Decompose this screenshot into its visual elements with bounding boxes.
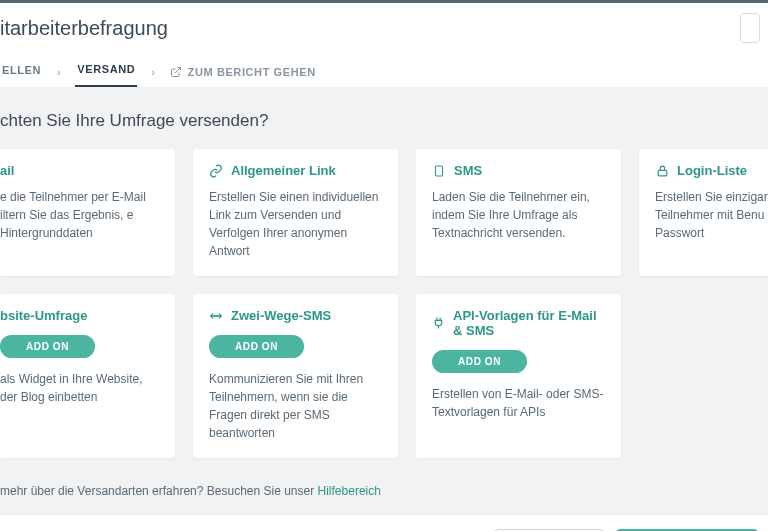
card-login-desc: Erstellen Sie einzigartige L Ihre Teilne… xyxy=(655,188,768,242)
card-link-title: Allgemeiner Link xyxy=(231,163,336,178)
card-email[interactable]: ail e die Teilnehmer per E-Mail iltern S… xyxy=(0,149,175,276)
svg-line-0 xyxy=(175,68,181,74)
chevron-right-icon: › xyxy=(57,66,61,78)
tab-send[interactable]: VERSAND xyxy=(75,57,137,87)
tab-create[interactable]: ELLEN xyxy=(0,58,43,86)
card-login-title: Login-Liste xyxy=(677,163,747,178)
help-link[interactable]: Hilfebereich xyxy=(318,484,381,498)
link-icon xyxy=(209,164,223,178)
addon-badge-api[interactable]: ADD ON xyxy=(432,350,527,373)
card-sms-title: SMS xyxy=(454,163,482,178)
header-action-button[interactable] xyxy=(740,13,760,43)
card-website-title: bsite-Umfrage xyxy=(0,308,87,323)
card-api-title: API-Vorlagen für E-Mail & SMS xyxy=(453,308,605,338)
card-twoway-title: Zwei-Wege-SMS xyxy=(231,308,331,323)
chevron-right-icon: › xyxy=(151,66,155,78)
card-two-way-sms[interactable]: Zwei-Wege-SMS ADD ON Kommunizieren Sie m… xyxy=(193,294,398,458)
card-website-survey[interactable]: bsite-Umfrage ADD ON als Widget in Ihre … xyxy=(0,294,175,458)
swap-icon xyxy=(209,309,223,323)
card-sms-desc: Laden Sie die Teilnehmer ein, indem Sie … xyxy=(432,188,605,242)
svg-rect-1 xyxy=(436,166,443,176)
svg-rect-3 xyxy=(658,170,667,175)
card-link-desc: Erstellen Sie einen individuellen Link z… xyxy=(209,188,382,260)
external-link-icon xyxy=(170,66,182,78)
card-api-desc: Erstellen von E-Mail- oder SMS-Textvorla… xyxy=(432,385,605,421)
tab-bar: ELLEN › VERSAND › ZUM BERICHT GEHEN xyxy=(0,51,768,87)
card-email-title: ail xyxy=(0,163,14,178)
addon-badge-twoway[interactable]: ADD ON xyxy=(209,335,304,358)
card-email-desc: e die Teilnehmer per E-Mail iltern Sie d… xyxy=(0,188,159,242)
card-twoway-desc: Kommunizieren Sie mit Ihren Teilnehmern,… xyxy=(209,370,382,442)
help-prefix: mehr über die Versandarten erfahren? Bes… xyxy=(0,484,318,498)
card-api-templates[interactable]: API-Vorlagen für E-Mail & SMS ADD ON Ers… xyxy=(416,294,621,458)
card-login-list[interactable]: Login-Liste Erstellen Sie einzigartige L… xyxy=(639,149,768,276)
phone-icon xyxy=(432,164,446,178)
tab-report[interactable]: ZUM BERICHT GEHEN xyxy=(170,66,316,78)
addon-badge-website[interactable]: ADD ON xyxy=(0,335,95,358)
help-text: mehr über die Versandarten erfahren? Bes… xyxy=(0,476,768,514)
card-website-desc: als Widget in Ihre Website, der Blog ein… xyxy=(0,370,159,406)
plug-icon xyxy=(432,316,445,330)
section-heading: chten Sie Ihre Umfrage versenden? xyxy=(0,111,768,131)
tab-report-label: ZUM BERICHT GEHEN xyxy=(188,66,316,78)
page-title: itarbeiterbefragung xyxy=(0,17,168,40)
card-sms[interactable]: SMS Laden Sie die Teilnehmer ein, indem … xyxy=(416,149,621,276)
lock-icon xyxy=(655,164,669,178)
card-general-link[interactable]: Allgemeiner Link Erstellen Sie einen ind… xyxy=(193,149,398,276)
